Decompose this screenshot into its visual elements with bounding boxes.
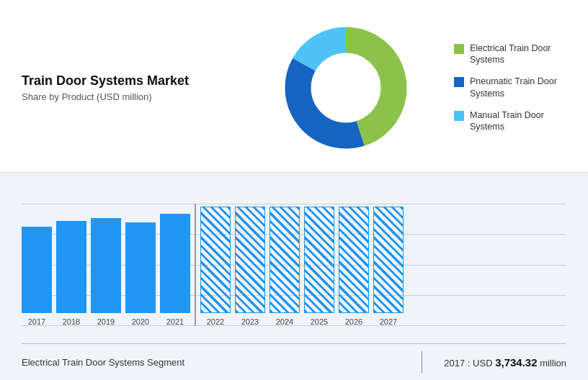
bar-group-forecast: 2025 [304,207,334,326]
bar-year-label: 2022 [207,317,224,326]
bar-year-label: 2018 [63,317,80,326]
bar-group-forecast: 2023 [235,207,265,326]
footer-segment-label: Electrical Train Door Systems Segment [22,357,400,368]
bar-group-historical: 2018 [56,221,86,326]
legend-color-electrical [454,44,464,54]
donut-center [312,53,380,122]
bar-year-label: 2024 [276,317,293,326]
bar-forecast [235,207,265,313]
bar-year-label: 2023 [241,317,259,326]
legend-item-pneumatic: Pneumatic Train Door Systems [454,76,566,99]
legend-item-electrical: Electrical Train Door Systems [454,42,566,66]
bar-chart-area: 2017201820192020202120222023202420252026… [22,184,566,343]
bar-historical [125,222,156,313]
historical-forecast-divider [195,204,196,326]
grid-line [22,204,566,204]
legend-label-pneumatic: Pneumatic Train Door Systems [470,76,566,99]
bar-group-forecast: 2026 [339,207,369,326]
bar-forecast [270,207,300,313]
footer-year: 2017 [444,358,465,368]
bar-forecast [373,207,404,313]
legend-color-pneumatic [454,77,464,87]
bar-historical [91,218,121,313]
bottom-footer: Electrical Train Door Systems Segment 20… [22,343,566,380]
legend-label-electrical: Electrical Train Door Systems [470,42,566,66]
bar-year-label: 2021 [166,317,184,326]
bar-group-historical: 2017 [22,227,52,326]
bar-year-label: 2019 [97,317,115,326]
donut-chart [277,19,414,156]
bar-group-forecast: 2024 [270,207,300,326]
bar-group-historical: 2020 [125,222,156,326]
chart-title: Train Door Systems Market [22,73,252,89]
chart-subtitle: Share by Product (USD million) [22,91,252,102]
top-section: Train Door Systems Market Share by Produ… [0,0,588,173]
bar-chart-inner: 2017201820192020202120222023202420252026… [22,204,566,326]
bar-historical [22,227,52,313]
footer-amount: 3,734.32 [495,356,537,368]
bar-year-label: 2026 [345,317,362,326]
bar-year-label: 2017 [28,317,45,326]
legend-item-manual: Manual Train Door Systems [454,109,566,133]
bottom-section: 2017201820192020202120222023202420252026… [0,173,588,380]
bar-group-historical: 2021 [160,214,190,326]
bar-group-historical: 2019 [91,218,121,326]
bar-forecast [339,207,369,313]
bar-year-label: 2025 [311,317,328,326]
donut-chart-area [252,19,440,156]
legend-color-manual [454,111,464,121]
footer-prefix: : USD [468,358,493,368]
footer-suffix: million [540,358,566,368]
legend-area: Electrical Train Door Systems Pneumatic … [440,42,566,133]
bar-year-label: 2020 [132,317,149,326]
bar-forecast [200,207,231,313]
title-area: Train Door Systems Market Share by Produ… [22,73,252,102]
footer-divider [422,351,422,373]
footer-value: 2017 : USD 3,734.32 million [444,356,566,368]
bar-forecast [304,207,334,313]
bar-historical [56,221,86,313]
bar-year-label: 2027 [380,317,397,326]
bar-group-forecast: 2027 [373,207,404,326]
bar-group-forecast: 2022 [200,207,231,326]
legend-label-manual: Manual Train Door Systems [470,109,566,133]
bar-historical [160,214,190,313]
